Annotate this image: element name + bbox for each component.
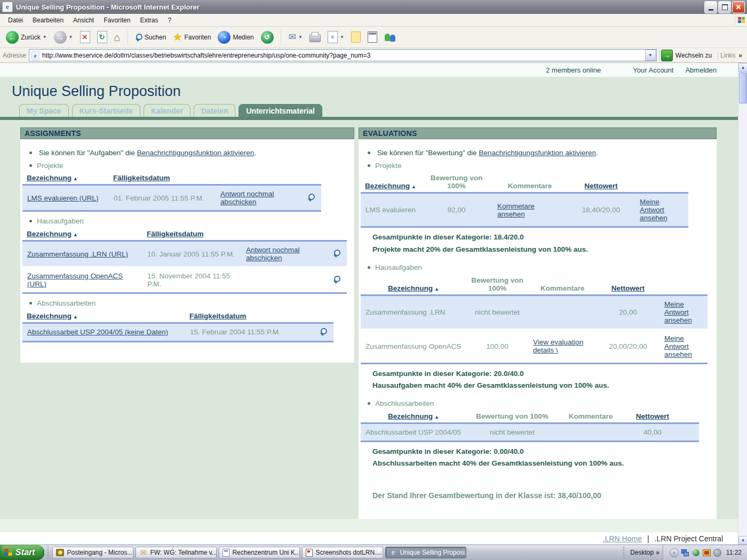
sort-bezeichnung-link[interactable]: Bezeichnung [365,182,410,190]
logout-link[interactable]: Abmelden [685,66,717,74]
task-posteingang[interactable]: Posteingang - Micros... [52,547,133,558]
tab-kalender[interactable]: Kalender [144,104,190,117]
sort-faelligkeitsdatum-link[interactable]: Fälligkeitsdatum [189,312,247,320]
menu-favoriten[interactable]: Favoriten [99,15,135,26]
address-input[interactable]: e http://www.theservice.de/dotlrn/classe… [29,49,657,61]
address-dropdown-icon[interactable]: ▼ [645,50,656,61]
media-button[interactable]: ◔ Medien [216,30,255,45]
close-button[interactable]: ✕ [732,1,745,13]
tray-collapse-icon[interactable]: ‹ [670,548,679,557]
tab-kurs-startseite[interactable]: Kurs-Startseite [72,104,140,117]
scroll-up-button[interactable]: ▲ [738,63,747,72]
tab-dateien[interactable]: Dateien [194,104,236,117]
lrn-project-central-link[interactable]: .LRN Project Central [655,534,723,543]
resubmit-answer-link[interactable]: Antwort nochmal abschicken [246,246,300,262]
back-dropdown-icon[interactable]: ▼ [43,35,47,39]
sort-nettowert-link[interactable]: Nettowert [611,284,645,292]
edit-button[interactable]: ≡ ▼ [326,30,346,44]
back-label: Zurück [21,34,41,41]
view-evaluation-details-link[interactable]: View evaluation details \ [533,338,583,354]
sort-bezeichnung-link[interactable]: Bezeichnung [27,312,71,320]
media-globe-icon: ◔ [218,31,231,44]
restore-button[interactable] [718,1,731,13]
mail-button[interactable]: ✉ ▼ [287,31,304,43]
sort-asc-icon: ▲ [411,184,416,189]
notification-activate-link[interactable]: Benachrichtigungsfunktion aktivieren [137,149,254,157]
view-my-answer-link[interactable]: Meine Antwort ansehen [664,300,692,324]
assignments-panel: ASSIGNMENTS Sie können für "Aufgaben" di… [20,127,354,362]
assignment-name-link[interactable]: LMS evaluieren (URL) [27,194,99,202]
view-my-answer-link[interactable]: Meine Antwort ansehen [640,198,667,222]
sort-bezeichnung-link[interactable]: Bezeichnung [27,174,71,182]
evaluation-net: 18,40/20,00 [567,193,635,227]
favorites-button[interactable]: ★ Favoriten [171,31,212,43]
minimize-button[interactable] [704,1,717,13]
menu-bearbeiten[interactable]: Bearbeiten [28,15,68,26]
zoom-detail-icon[interactable] [308,194,315,201]
view-comments-link[interactable]: Kommetare ansehen [497,202,535,218]
tab-my-space[interactable]: My Space [19,104,69,117]
back-button[interactable]: ← Zurück ▼ [4,30,49,45]
assignment-name-link[interactable]: Zusammenfassung .LRN (URL) [27,250,128,258]
utility-row: 2 members online Your Account Abmelden [0,63,738,77]
go-button[interactable]: → Wechseln zu [659,49,715,62]
edit-dropdown-icon[interactable]: ▼ [340,35,344,39]
sort-faelligkeitsdatum-link[interactable]: Fälligkeitsdatum [113,174,170,182]
sort-nettowert-link[interactable]: Nettowert [584,182,617,190]
mail-dropdown-icon[interactable]: ▼ [298,35,303,39]
network-tray-icon[interactable] [681,549,689,556]
tab-unterrichtsmaterial[interactable]: Unterrichtsmaterial [239,104,322,117]
dialog-button[interactable] [366,30,379,44]
start-button[interactable]: Start [0,545,44,560]
title-bar: e Unique Selling Proposition - Microsoft… [0,0,747,14]
assignment-name-link[interactable]: Zusammenfassung OpenACS (URL) [27,272,123,288]
history-button[interactable]: ↺ [259,30,275,45]
task-screenshots[interactable]: Screenshots dotLRN.... [302,547,383,558]
task-unique-selling-proposition[interactable]: e Unique Selling Proposi... [385,547,466,558]
lrn-home-link[interactable]: .LRN Home [603,534,642,543]
vertical-scrollbar[interactable]: ▲ ▼ [738,63,747,545]
sort-bezeichnung-link[interactable]: Bezeichnung [388,412,433,420]
assignment-name-link[interactable]: Abschlussarbeit USP 2004/05 (keine Daten… [27,328,168,336]
menu-help[interactable]: ? [163,15,176,26]
assignments-section-projekte: Projekte [28,161,352,171]
stop-button[interactable]: ✕ [78,30,92,44]
your-account-link[interactable]: Your Account [633,66,673,74]
menu-datei[interactable]: Datei [3,15,28,26]
task-email[interactable]: ✉ FW: WG: Teilnahme v... [136,547,217,558]
sort-faelligkeitsdatum-link[interactable]: Fälligkeitsdatum [147,230,204,238]
forward-dropdown-icon[interactable]: ▼ [69,35,73,39]
evaluation-net: 20,00 [597,295,659,329]
address-url[interactable]: http://www.theservice.de/dotlrn/classes/… [42,52,642,59]
assignments-section-hausaufgaben: Hausaufgaben [28,216,352,227]
links-toolbar[interactable]: Links » [718,52,744,59]
notification-activate-link[interactable]: Benachrichtigungsfunktion aktivieren [479,149,596,157]
search-button[interactable]: Suchen [134,33,168,42]
resubmit-answer-link[interactable]: Antwort nochmal abschicken [220,190,274,206]
print-button[interactable] [308,31,322,43]
messenger-button[interactable] [383,31,398,44]
refresh-button[interactable]: ↻ [96,30,109,44]
sort-bezeichnung-link[interactable]: Bezeichnung [27,230,71,238]
update-tray-icon[interactable] [713,549,721,556]
forward-button[interactable]: → ▼ [52,30,75,45]
messenger-tray-icon[interactable] [692,549,700,556]
display-tray-icon[interactable] [703,549,711,556]
zoom-detail-icon[interactable] [333,250,340,257]
sort-nettowert-link[interactable]: Nettowert [636,412,669,420]
scroll-down-button[interactable]: ▼ [738,536,747,545]
evaluation-row: Zusammenfassung .LRN nicht bewertet 20,0… [361,295,708,329]
view-my-answer-link[interactable]: Meine Antwort ansehen [664,334,692,358]
sort-bezeichnung-link[interactable]: Bezeichnung [388,284,433,292]
zoom-detail-icon[interactable] [320,328,327,335]
window-title: Unique Selling Proposition - Microsoft I… [16,3,701,11]
zoom-detail-icon[interactable] [333,276,340,283]
home-button[interactable]: ⌂ [113,31,122,44]
discuss-button[interactable] [349,30,362,44]
desktop-toolbar[interactable]: Desktop » [630,549,659,556]
menu-extras[interactable]: Extras [135,15,163,26]
menu-ansicht[interactable]: Ansicht [68,15,99,26]
task-rechenzentrum[interactable]: Rechenzentrum Uni K... [219,547,300,558]
members-online-link[interactable]: 2 members online [546,66,601,74]
scrollbar-thumb[interactable] [739,73,747,103]
